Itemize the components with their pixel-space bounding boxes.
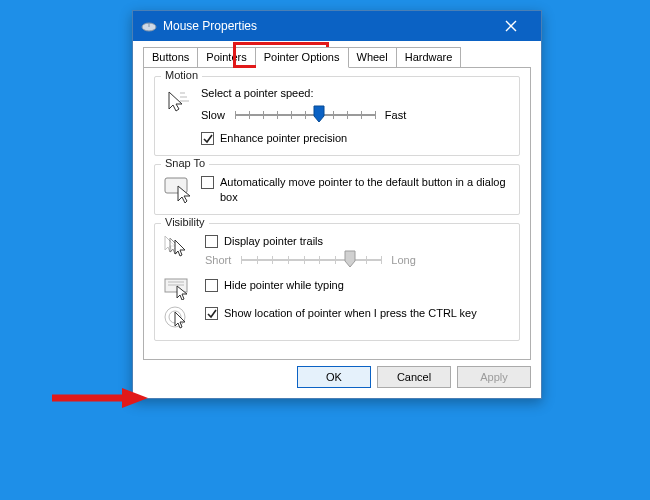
pointer-speed-slider[interactable] <box>235 105 375 125</box>
visibility-rows: Display pointer trails Short Long <box>163 234 509 330</box>
tab-panel: Motion Select a pointer speed: Slow Fast <box>143 67 531 360</box>
group-visibility-title: Visibility <box>161 216 209 228</box>
hide-typing-icon <box>163 278 193 300</box>
tab-pointers[interactable]: Pointers <box>198 47 255 67</box>
snap-to-checkbox[interactable] <box>201 176 214 189</box>
snap-to-icon <box>163 175 193 203</box>
speed-fast-label: Fast <box>385 109 406 121</box>
trails-slider-row: Short Long <box>205 250 509 270</box>
trails-short-label: Short <box>205 254 231 266</box>
snap-content: Automatically move pointer to the defaul… <box>201 175 509 204</box>
trails-check-row[interactable]: Display pointer trails <box>205 234 509 248</box>
ctrl-locate-checkbox[interactable] <box>205 307 218 320</box>
speed-slider-row: Slow Fast <box>201 105 509 125</box>
hide-typing-row: Hide pointer while typing <box>163 278 509 300</box>
ctrl-locate-check-row[interactable]: Show location of pointer when I press th… <box>205 306 509 320</box>
trails-label: Display pointer trails <box>224 234 323 248</box>
ok-button[interactable]: OK <box>297 366 371 388</box>
snap-to-row[interactable]: Automatically move pointer to the defaul… <box>201 175 509 204</box>
tab-pointer-options[interactable]: Pointer Options <box>256 47 349 68</box>
trails-row: Display pointer trails Short Long <box>163 234 509 272</box>
mouse-icon <box>141 21 157 31</box>
hide-typing-check-row[interactable]: Hide pointer while typing <box>205 278 509 292</box>
cursor-speed-icon <box>163 87 193 115</box>
pointer-trails-icon <box>163 234 193 258</box>
trails-checkbox[interactable] <box>205 235 218 248</box>
window-title: Mouse Properties <box>163 19 489 33</box>
trails-content: Display pointer trails Short Long <box>205 234 509 272</box>
group-visibility: Visibility Display pointer trails <box>154 223 520 341</box>
ctrl-locate-icon <box>163 306 193 330</box>
enhance-precision-label: Enhance pointer precision <box>220 131 347 145</box>
tab-strip: Buttons Pointers Pointer Options Wheel H… <box>143 47 531 67</box>
ctrl-locate-label: Show location of pointer when I press th… <box>224 306 477 320</box>
snap-to-label: Automatically move pointer to the defaul… <box>220 175 509 204</box>
close-button[interactable] <box>489 11 533 41</box>
titlebar: Mouse Properties <box>133 11 541 41</box>
tab-buttons[interactable]: Buttons <box>143 47 198 67</box>
close-icon <box>505 20 517 32</box>
cancel-button[interactable]: Cancel <box>377 366 451 388</box>
tab-hardware[interactable]: Hardware <box>397 47 462 67</box>
motion-label: Select a pointer speed: <box>201 87 509 99</box>
mouse-properties-window: Mouse Properties Buttons Pointers Pointe… <box>132 10 542 399</box>
apply-button[interactable]: Apply <box>457 366 531 388</box>
check-icon <box>203 134 213 144</box>
ctrl-locate-row: Show location of pointer when I press th… <box>163 306 509 330</box>
tab-wheel[interactable]: Wheel <box>349 47 397 67</box>
group-motion: Motion Select a pointer speed: Slow Fast <box>154 76 520 156</box>
dialog-body: Buttons Pointers Pointer Options Wheel H… <box>133 41 541 398</box>
group-snap-to: Snap To Automatically move pointer to th… <box>154 164 520 215</box>
hide-typing-checkbox[interactable] <box>205 279 218 292</box>
trails-length-slider <box>241 250 381 270</box>
hide-typing-label: Hide pointer while typing <box>224 278 344 292</box>
enhance-precision-row[interactable]: Enhance pointer precision <box>201 131 509 145</box>
motion-content: Select a pointer speed: Slow Fast Enhanc… <box>201 87 509 145</box>
check-icon <box>207 309 217 319</box>
group-motion-title: Motion <box>161 69 202 81</box>
speed-slow-label: Slow <box>201 109 225 121</box>
dialog-actions: OK Cancel Apply <box>143 366 531 388</box>
trails-long-label: Long <box>391 254 415 266</box>
group-snap-title: Snap To <box>161 157 209 169</box>
enhance-precision-checkbox[interactable] <box>201 132 214 145</box>
